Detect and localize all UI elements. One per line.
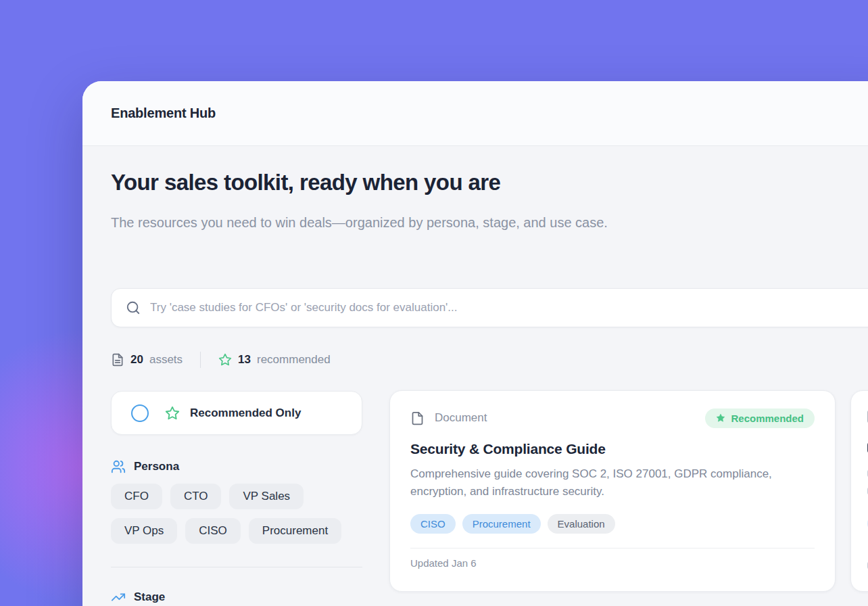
card-tag-list: CISO Procurement Evaluation: [410, 514, 815, 534]
app-title: Enablement Hub: [111, 106, 216, 121]
enablement-hub-panel: Enablement Hub Your sales toolkit, ready…: [82, 81, 868, 606]
card-type-row: Document Recommended: [410, 408, 815, 428]
tag-evaluation[interactable]: Evaluation: [548, 514, 615, 534]
document-icon: [410, 411, 425, 425]
search-icon: [126, 300, 141, 315]
asset-card-security-compliance-guide[interactable]: Document Recommended Security & Complian…: [389, 390, 836, 592]
recommended-only-toggle[interactable]: Recommended Only: [111, 391, 362, 435]
hero-title: Your sales toolkit, ready when you are: [111, 170, 500, 195]
stage-filter-header: Stage: [111, 590, 362, 605]
persona-chip-cfo[interactable]: CFO: [111, 484, 162, 509]
assets-label: assets: [149, 353, 183, 367]
asset-card-partial[interactable]: [850, 390, 868, 592]
card-title: Security & Compliance Guide: [410, 441, 815, 457]
stats-row: 20 assets 13 recommended: [111, 350, 331, 369]
purple-background: Enablement Hub Your sales toolkit, ready…: [0, 0, 868, 606]
assets-stat: 20 assets: [111, 353, 183, 367]
card-updated-date: Updated Jan 6: [410, 557, 815, 569]
persona-filter-title: Persona: [134, 460, 179, 473]
stage-filter-title: Stage: [134, 590, 165, 604]
recommended-only-label: Recommended Only: [190, 406, 301, 420]
star-icon: [165, 406, 180, 421]
persona-chip-vp-sales[interactable]: VP Sales: [229, 484, 304, 509]
search-input[interactable]: [150, 301, 868, 314]
toggle-circle-icon[interactable]: [131, 404, 149, 422]
persona-chip-ciso[interactable]: CISO: [185, 518, 241, 544]
assets-count: 20: [130, 353, 143, 367]
recommended-count: 13: [238, 353, 251, 367]
card-description: Comprehensive guide covering SOC 2, ISO …: [410, 465, 809, 501]
recommended-stat: 13 recommended: [218, 353, 331, 367]
star-icon: [218, 353, 232, 367]
file-text-icon: [111, 353, 124, 367]
recommended-badge: Recommended: [705, 409, 815, 428]
persona-chip-vp-ops[interactable]: VP Ops: [111, 518, 177, 544]
trending-up-icon: [111, 590, 126, 605]
card-footer-divider: [410, 548, 815, 549]
tag-ciso[interactable]: CISO: [410, 514, 456, 534]
recommended-badge-label: Recommended: [731, 413, 804, 424]
tag-procurement[interactable]: Procurement: [462, 514, 541, 534]
panel-header: Enablement Hub: [82, 81, 868, 146]
card-type-label: Document: [435, 411, 487, 425]
persona-chip-cto[interactable]: CTO: [170, 484, 222, 509]
search-bar[interactable]: [111, 288, 868, 327]
filters-sidebar: Recommended Only Persona CFO CTO VP Sale…: [111, 390, 362, 605]
sidebar-divider: [111, 567, 362, 567]
persona-filter-header: Persona: [111, 459, 362, 474]
stats-divider: [200, 352, 201, 368]
hero-subtitle: The resources you need to win deals—orga…: [111, 212, 672, 233]
persona-chip-list: CFO CTO VP Sales VP Ops CISO Procurement: [111, 484, 362, 544]
persona-chip-procurement[interactable]: Procurement: [249, 518, 341, 544]
recommended-label: recommended: [257, 353, 331, 367]
users-icon: [111, 459, 126, 474]
